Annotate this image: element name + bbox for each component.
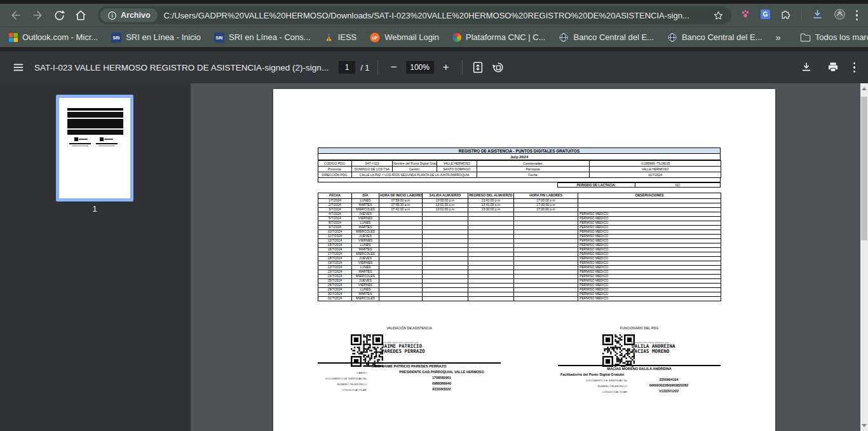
zoom-in-button[interactable]: + xyxy=(438,59,454,76)
parroquia-value: VALLE HERMOSO xyxy=(590,167,721,172)
pink-extension-icon[interactable] xyxy=(740,9,750,22)
signature-rule-right xyxy=(558,365,721,366)
cargo-label: CARGO: xyxy=(311,371,367,374)
browser-window: Archivo C:/Users/GADPR%20VALLE%20HERMOSO… xyxy=(0,0,868,431)
extensions-puzzle-icon[interactable] xyxy=(780,8,792,22)
svg-text:SRi: SRi xyxy=(113,36,120,40)
pdf-menu-button[interactable] xyxy=(13,62,24,73)
doc-id-value-right: 2350904104 xyxy=(629,378,709,381)
cell: 13:01:00 p.m xyxy=(423,208,468,212)
doc-spacer-row xyxy=(318,178,721,182)
pdf-menu-kebab-icon[interactable] xyxy=(853,62,856,73)
bookmark-sri-inicio[interactable]: SRi SRI en Línea - Inicio xyxy=(111,32,201,43)
forward-button[interactable] xyxy=(27,6,48,25)
cell xyxy=(468,284,514,288)
dactilar-label-right: CÓDIGO DACTILAR: xyxy=(558,390,628,393)
bookmark-star-icon[interactable] xyxy=(713,10,724,21)
cell: PERMISO MÉDICO xyxy=(578,257,721,261)
pdf-print-button[interactable] xyxy=(827,61,839,74)
url-text[interactable]: C:/Users/GADPR%20VALLE%20HERMOSO/Downloa… xyxy=(158,11,708,20)
cell: VIERNES xyxy=(352,261,379,266)
cell xyxy=(468,239,514,243)
home-button[interactable] xyxy=(70,6,92,25)
page-thumbnail[interactable] xyxy=(56,95,133,202)
fit-to-page-button[interactable] xyxy=(471,61,484,74)
cell: PERMISO MÉDICO xyxy=(578,266,721,270)
hamburger-icon xyxy=(13,62,24,73)
zoom-level-input[interactable]: 100% xyxy=(406,61,434,74)
extensions-area: G xyxy=(740,8,858,24)
role-right: Facilitador/ra del Punto Digital Gratuit… xyxy=(560,373,624,376)
cell: 3/7/2024 xyxy=(318,208,352,212)
thumbnail-page-number: 1 xyxy=(56,204,133,214)
cell xyxy=(514,288,578,292)
dactilar-value-left: E2333I3222 xyxy=(369,387,515,391)
bookmarks-overflow-button[interactable]: » xyxy=(775,32,780,43)
browser-toolbar: Archivo C:/Users/GADPR%20VALLE%20HERMOSO… xyxy=(0,4,868,27)
cell: 07:59:00 a.m xyxy=(379,199,423,203)
cell: PERMISO MÉDICO xyxy=(578,261,721,266)
bookmark-iess[interactable]: IESS xyxy=(324,32,357,42)
vertical-scrollbar[interactable] xyxy=(860,83,868,431)
cell: VIERNES xyxy=(352,239,379,243)
bookmark-banco-central-2[interactable]: Banco Central del E... xyxy=(667,32,762,43)
cell: PERMISO MÉDICO xyxy=(578,275,721,279)
reload-button[interactable] xyxy=(48,6,70,25)
cell xyxy=(423,217,468,221)
back-button[interactable] xyxy=(5,6,27,25)
downloads-toolbar-icon[interactable] xyxy=(811,8,824,23)
cell: 16/7/2024 xyxy=(318,248,352,252)
doc-id-value-left: 1708582901 xyxy=(369,376,515,380)
funcionario-section-title: FUNCIONARIO DEL PDG xyxy=(558,326,721,330)
translate-extension-icon[interactable]: G xyxy=(760,9,771,22)
cell xyxy=(379,252,423,257)
bookmark-outlook[interactable]: Outlook.com - Micr... xyxy=(9,32,98,42)
scrollbar-up-arrow[interactable] xyxy=(862,87,867,90)
lactancia-row: PERIODO DE LACTACIA: NO xyxy=(318,182,721,193)
cargo-value: PRESIDENTE GAD PARROQUIAL VALLE HERMOSO xyxy=(369,370,515,374)
zoom-out-button[interactable]: − xyxy=(386,59,402,76)
cell: 17/7/2024 xyxy=(318,252,352,257)
cell: 23/7/2024 xyxy=(318,270,352,275)
cell xyxy=(514,221,578,226)
download-icon xyxy=(800,61,813,74)
bookmark-webmail[interactable]: cP Webmail Login xyxy=(370,32,439,43)
bookmark-sri-consultas[interactable]: SRi SRI en Línea - Cons... xyxy=(214,32,311,43)
all-bookmarks-button[interactable]: Todos los marcadores xyxy=(800,32,868,42)
cell: PERMISO MÉDICO xyxy=(578,279,721,284)
cell xyxy=(379,212,423,217)
scrollbar-down-arrow[interactable] xyxy=(862,424,867,427)
address-bar[interactable]: Archivo C:/Users/GADPR%20VALLE%20HERMOSO… xyxy=(98,6,731,24)
cell xyxy=(514,230,578,235)
cell xyxy=(468,261,514,266)
cell: 13:00:00 p.m xyxy=(423,199,468,203)
table-row: 9/7/2024MARTESPERMISO MÉDICO xyxy=(318,226,721,230)
page-number-input[interactable]: 1 xyxy=(339,61,355,74)
cell: LUNES xyxy=(352,243,379,248)
scrollbar-thumb[interactable] xyxy=(861,97,867,240)
cell: MARTES xyxy=(352,226,379,230)
cell xyxy=(468,235,514,239)
all-bookmarks-label: Todos los marcadores xyxy=(815,32,868,42)
cell: LUNES xyxy=(352,288,379,292)
provincia-value: DOMINGO DE LOS TSA xyxy=(352,167,393,172)
profile-avatar[interactable] xyxy=(833,8,846,24)
bookmark-cnc[interactable]: Plataforma CNC | C... xyxy=(452,32,545,42)
file-scheme-chip[interactable]: Archivo xyxy=(100,8,158,22)
info-icon xyxy=(107,11,117,20)
cell: PERMISO MÉDICO xyxy=(578,288,721,292)
table-row: 15/7/2024LUNESPERMISO MÉDICO xyxy=(318,243,721,248)
cell: MARTES xyxy=(352,248,379,252)
browser-menu-kebab-icon[interactable] xyxy=(856,10,858,21)
file-scheme-label: Archivo xyxy=(121,11,151,20)
pdf-toolbar-separator xyxy=(462,60,463,74)
cell: PERMISO MÉDICO xyxy=(578,252,721,257)
cnc-icon xyxy=(452,33,461,42)
bookmark-banco-central-1[interactable]: Banco Central del E... xyxy=(559,32,653,43)
cell xyxy=(468,275,514,279)
rotate-button[interactable] xyxy=(492,61,505,74)
cell xyxy=(379,270,423,275)
pdf-download-button[interactable] xyxy=(800,61,813,74)
table-row: 1/7/2024LUNES07:59:00 a.m13:00:00 p.m13:… xyxy=(318,199,721,203)
cell: PERMISO MÉDICO xyxy=(578,284,721,288)
